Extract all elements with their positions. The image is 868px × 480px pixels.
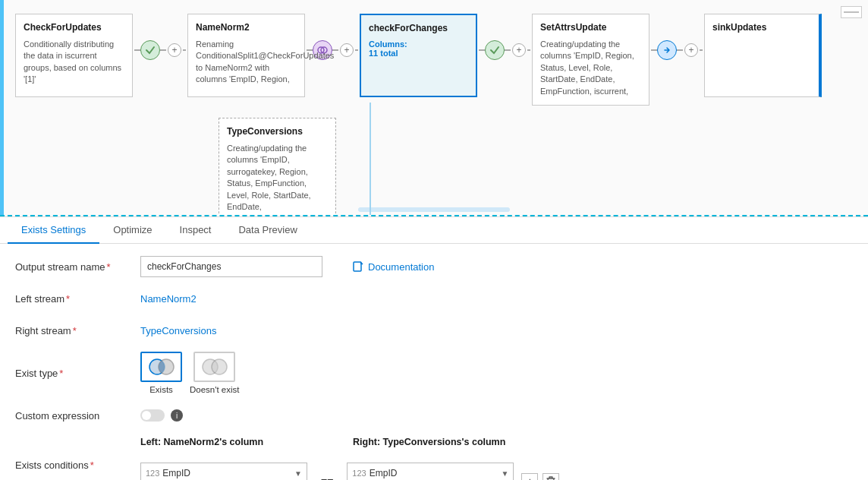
- exist-type-buttons: Exists Doesn't exist: [140, 352, 239, 394]
- add-connector-3[interactable]: +: [512, 43, 526, 57]
- arrow-line-3: [479, 49, 485, 51]
- arrow-line-1c: [183, 49, 186, 51]
- condition-headers-row: Left: NameNorm2's column Right: TypeConv…: [140, 437, 559, 450]
- right-col-select[interactable]: 123 EmpID ▼: [347, 463, 514, 480]
- equals-sign: ==: [315, 475, 339, 480]
- left-col-select[interactable]: 123 EmpID ▼: [140, 463, 307, 480]
- connector-badge-3: [485, 40, 505, 60]
- connector-badge-4: [657, 40, 677, 60]
- node-columns-checkForChanges: Columns: 11 total: [369, 39, 468, 58]
- arrow-line-2c: [355, 49, 358, 51]
- exist-btn-exists[interactable]: Exists: [140, 352, 182, 394]
- arrow-line-2: [307, 49, 313, 51]
- left-col-header: Left: NameNorm2's column: [140, 437, 307, 447]
- left-stream-row: Left stream* NameNorm2: [15, 288, 853, 309]
- output-stream-name-row: Output stream name* Documentation: [15, 256, 853, 277]
- bottom-panel: Exists Settings Optimize Inspect Data Pr…: [0, 216, 868, 480]
- node-title-checkForChanges: checkForChanges: [369, 23, 468, 33]
- exist-btn-doesnt-exist-icon: [193, 352, 235, 382]
- form-content: Output stream name* Documentation Left s…: [0, 244, 868, 480]
- tab-exists-settings[interactable]: Exists Settings: [8, 217, 99, 244]
- add-connector-4[interactable]: +: [684, 43, 698, 57]
- svg-rect-3: [354, 262, 361, 271]
- add-condition-btn[interactable]: +: [521, 473, 538, 480]
- pipeline-container: CheckForUpdates Conditionally distributi…: [0, 0, 868, 119]
- arrow-line-4b: [677, 49, 683, 51]
- node-checkForChanges[interactable]: checkForChanges Columns: 11 total: [360, 14, 477, 97]
- tab-optimize[interactable]: Optimize: [99, 217, 165, 244]
- exist-btn-exists-icon: [140, 352, 182, 382]
- custom-expression-row: Custom expression i: [15, 405, 853, 426]
- toggle-container: i: [140, 409, 183, 422]
- arrow-line-4: [651, 49, 657, 51]
- node-checkForUpdates[interactable]: CheckForUpdates Conditionally distributi…: [15, 14, 133, 97]
- node-sinkUpdates[interactable]: sinkUpdates: [704, 14, 822, 97]
- node-title-checkForUpdates: CheckForUpdates: [24, 22, 124, 33]
- exist-btn-exists-label: Exists: [149, 385, 173, 394]
- arrow-line-4c: [700, 49, 703, 51]
- connector-badge-1: [140, 40, 160, 60]
- custom-expression-label: Custom expression: [15, 410, 140, 422]
- node-title-sinkUpdates: sinkUpdates: [712, 22, 811, 33]
- arrow-line-3c: [527, 49, 530, 51]
- arrow-line-1: [134, 49, 140, 51]
- exists-conditions-area: Exists conditions* Left: NameNorm2's col…: [15, 437, 853, 480]
- tab-inspect[interactable]: Inspect: [166, 217, 225, 244]
- node-desc-typeConversions: Creating/updating the columns 'EmpID, su…: [227, 143, 328, 213]
- vert-connector-line: [370, 103, 371, 216]
- delete-condition-btn[interactable]: [542, 473, 559, 480]
- exist-btn-doesnt-exist-label: Doesn't exist: [190, 385, 239, 394]
- node-desc-setAttrsUpdate: Creating/updating the columns 'EmpID, Re…: [540, 39, 641, 97]
- left-stream-value[interactable]: NameNorm2: [140, 293, 197, 305]
- arrow-line-1b: [160, 49, 166, 51]
- canvas-scroll-hint: [358, 207, 510, 212]
- output-stream-name-input[interactable]: [140, 256, 322, 277]
- exist-type-row: Exist type* Exists: [15, 352, 853, 394]
- left-stream-label: Left stream*: [15, 293, 140, 305]
- exist-btn-doesnt-exist[interactable]: Doesn't exist: [190, 352, 239, 394]
- arrow-line-3b: [505, 49, 511, 51]
- add-connector-2[interactable]: +: [340, 43, 354, 57]
- node-desc-nameNorm2: Renaming ConditionalSplit1@CheckForUpdat…: [196, 39, 297, 86]
- canvas-minimap[interactable]: [841, 6, 862, 18]
- node-setAttrsUpdate[interactable]: SetAttrsUpdate Creating/updating the col…: [532, 14, 649, 106]
- output-stream-name-label: Output stream name*: [15, 261, 140, 273]
- exists-conditions-label: Exists conditions*: [15, 437, 140, 471]
- custom-expression-toggle[interactable]: [140, 409, 165, 422]
- tabs-bar: Exists Settings Optimize Inspect Data Pr…: [0, 217, 868, 244]
- tab-data-preview[interactable]: Data Preview: [225, 217, 310, 244]
- right-col-header: Right: TypeConversions's column: [353, 437, 520, 447]
- doc-link[interactable]: Documentation: [353, 261, 434, 273]
- node-desc-checkForUpdates: Conditionally distributing the data in i…: [24, 39, 124, 86]
- canvas-area: CheckForUpdates Conditionally distributi…: [0, 0, 868, 216]
- svg-point-9: [212, 359, 227, 374]
- node-typeConversions[interactable]: TypeConversions Creating/updating the co…: [219, 118, 336, 216]
- doc-label: Documentation: [368, 261, 434, 273]
- arrow-line-2b: [332, 49, 338, 51]
- node-title-nameNorm2: NameNorm2: [196, 22, 297, 33]
- connector-3: +: [477, 40, 532, 60]
- connector-4: +: [649, 40, 704, 60]
- condition-actions: +: [521, 473, 559, 480]
- node-title-setAttrsUpdate: SetAttrsUpdate: [540, 22, 641, 33]
- node-title-typeConversions: TypeConversions: [227, 126, 328, 137]
- exist-type-label: Exist type*: [15, 368, 140, 379]
- info-icon[interactable]: i: [171, 409, 183, 422]
- node-nameNorm2[interactable]: NameNorm2 Renaming ConditionalSplit1@Che…: [187, 14, 305, 97]
- condition-body: Left: NameNorm2's column Right: TypeConv…: [140, 437, 559, 480]
- condition-cols-row: 123 EmpID ▼ == 123 EmpID ▼ +: [140, 456, 559, 480]
- right-stream-row: Right stream* TypeConversions: [15, 320, 853, 341]
- right-stream-label: Right stream*: [15, 325, 140, 336]
- add-connector-1[interactable]: +: [168, 43, 181, 57]
- connector-1: +: [133, 40, 187, 60]
- right-stream-value[interactable]: TypeConversions: [140, 325, 216, 336]
